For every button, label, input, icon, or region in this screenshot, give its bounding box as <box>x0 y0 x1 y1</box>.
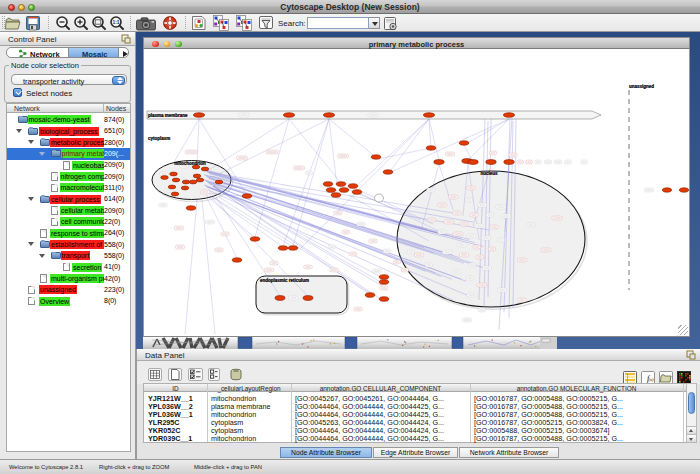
svg-text:(x): (x) <box>649 377 654 382</box>
svg-text:endoplasmic reticulum: endoplasmic reticulum <box>260 278 309 283</box>
svg-text:1:1: 1:1 <box>112 19 119 25</box>
svg-text:unassigned: unassigned <box>629 84 654 89</box>
svg-text:cytoplasm: cytoplasm <box>148 136 170 141</box>
svg-text:nucleus: nucleus <box>480 171 498 176</box>
svg-text:plasma membrane: plasma membrane <box>148 113 188 118</box>
svg-text:mitochondrion: mitochondrion <box>174 161 206 166</box>
